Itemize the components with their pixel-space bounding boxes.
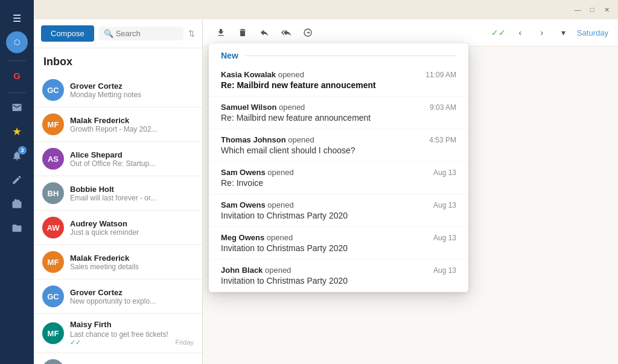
dropdown-item[interactable]: Meg Owens opened Aug 13 Invitation to Ch… — [209, 227, 468, 260]
email-item[interactable]: BH Bobbie Holt Email will last forever -… — [34, 176, 202, 211]
email-sender: Bobbie Holt — [70, 185, 194, 194]
dropdown-item-header: Samuel Wilson opened 9:03 AM — [221, 103, 456, 112]
dropdown-item-header: Kasia Kowalak opened 11:09 AM — [221, 70, 456, 79]
reply-all-button[interactable] — [278, 24, 295, 41]
avatar: MF — [42, 113, 64, 135]
email-item[interactable]: MF Malak Frederick Sales meeting details — [34, 245, 202, 279]
window-chrome: — □ ✕ — [34, 0, 618, 19]
dropdown-time: Aug 13 — [433, 201, 456, 209]
dropdown-item[interactable]: Kasia Kowalak opened 11:09 AM Re: Mailbi… — [209, 64, 468, 97]
dropdown-item-header: Sam Owens opened Aug 13 — [221, 200, 456, 209]
forward-button[interactable] — [299, 24, 316, 41]
dropdown-time: 11:09 AM — [425, 71, 456, 79]
inbox-title: Inbox — [34, 48, 202, 73]
forward-nav-button[interactable]: › — [534, 24, 550, 41]
email-list-panel: Compose 🔍 ⇅ Inbox GC Grover Cortez Monda… — [34, 19, 203, 364]
email-time: Friday — [175, 339, 194, 346]
archive-nav-icon[interactable] — [6, 193, 28, 215]
avatar: GC — [42, 286, 64, 307]
dropdown-sender: John Black opened — [221, 266, 291, 275]
delete-button[interactable] — [234, 24, 251, 41]
dropdown-subject: Which email client should I choose? — [221, 145, 456, 155]
icon-sidebar: ☰ ⬡ G ★ 3 — [0, 0, 34, 364]
reply-button[interactable] — [256, 24, 273, 41]
email-item[interactable]: AS Alice Shepard Out of Office Re: Start… — [34, 142, 202, 176]
avatar: AS — [42, 148, 64, 170]
reading-pane: ✓✓ ‹ › ▾ Saturday event. Here's what we … — [203, 19, 618, 364]
sidebar-divider — [8, 60, 26, 61]
maximize-button[interactable]: □ — [588, 5, 596, 14]
compose-nav-icon[interactable] — [6, 169, 28, 191]
filter-icon[interactable]: ⇅ — [188, 29, 195, 38]
notification-nav-icon[interactable]: 3 — [6, 145, 28, 167]
email-content: Malak Frederick Sales meeting details — [70, 254, 194, 271]
email-footer: Last chance to get free tickets! — [70, 330, 194, 339]
email-item[interactable]: GC Grover Cortez New opportunity to expl… — [34, 279, 202, 314]
email-preview: Monday Metting notes — [70, 91, 194, 99]
dropdown-item-header: Thomas Johnson opened 4:53 PM — [221, 135, 456, 144]
notification-badge: 3 — [18, 146, 27, 155]
google-icon[interactable]: G — [6, 65, 28, 86]
toolbar: Compose 🔍 ⇅ — [34, 19, 202, 48]
email-sender: Malak Frederick — [70, 116, 194, 125]
email-content: Maisy Firth Last chance to get free tick… — [70, 320, 194, 346]
menu-icon[interactable]: ☰ — [6, 7, 28, 29]
sidebar-divider-2 — [8, 92, 26, 93]
dropdown-sender: Sam Owens opened — [221, 200, 294, 209]
email-preview: Just a quick reminder — [70, 228, 194, 237]
dropdown-time: 9:03 AM — [430, 103, 456, 112]
email-content: Grover Cortez New opportunity to explo..… — [70, 288, 194, 305]
dropdown-sender: Kasia Kowalak opened — [221, 70, 304, 79]
email-item[interactable]: AW Audrey Watson Just a quick reminder — [34, 211, 202, 245]
email-preview: New opportunity to explo... — [70, 297, 194, 305]
email-sender: Maisy Firth — [70, 320, 194, 329]
more-button[interactable]: ▾ — [555, 24, 572, 41]
dropdown-sender: Meg Owens opened — [221, 233, 293, 242]
email-preview: Out of Office Re: Startup... — [70, 159, 194, 168]
compose-button[interactable]: Compose — [41, 25, 94, 42]
notification-dropdown: New Kasia Kowalak opened 11:09 AM Re: Ma… — [209, 43, 468, 292]
dropdown-item[interactable]: Sam Owens opened Aug 13 Invitation to Ch… — [209, 194, 468, 227]
star-nav-icon[interactable]: ★ — [6, 121, 28, 142]
email-item[interactable]: MF Malak Frederick Growth Report - May 2… — [34, 107, 202, 142]
avatar: AW — [42, 217, 64, 238]
dropdown-item[interactable]: Sam Owens opened Aug 13 Re: Invoice — [209, 162, 468, 194]
download-button[interactable] — [212, 24, 229, 41]
folder-nav-icon[interactable] — [6, 217, 28, 239]
email-sender: Malak Frederick — [70, 254, 194, 263]
dropdown-subject: Re: Mailbird new feature announcement — [221, 113, 456, 123]
inbox-nav-icon[interactable] — [6, 97, 28, 118]
email-content: Grover Cortez Monday Metting notes — [70, 81, 194, 99]
close-button[interactable]: ✕ — [602, 5, 611, 14]
dropdown-subject: Re: Mailbird new feature annoucement — [221, 80, 456, 90]
email-item[interactable]: BH Bobbie Holt — [34, 353, 202, 364]
avatar: MF — [42, 322, 64, 344]
dropdown-item[interactable]: Thomas Johnson opened 4:53 PM Which emai… — [209, 129, 468, 162]
email-preview: Last chance to get free tickets! — [70, 330, 168, 339]
dropdown-time: Aug 13 — [433, 168, 456, 177]
email-item[interactable]: GC Grover Cortez Monday Metting notes — [34, 73, 202, 107]
dropdown-subject: Invitation to Christmas Party 2020 — [221, 243, 456, 253]
email-item[interactable]: MF Maisy Firth Last chance to get free t… — [34, 314, 202, 353]
dropdown-item[interactable]: Samuel Wilson opened 9:03 AM Re: Mailbir… — [209, 97, 468, 129]
avatar-icon[interactable]: ⬡ — [6, 31, 28, 53]
dropdown-item-header: Meg Owens opened Aug 13 — [221, 233, 456, 242]
dropdown-subject: Invitation to Christmas Party 2020 — [221, 211, 456, 220]
minimize-button[interactable]: — — [573, 5, 582, 14]
email-sender: Grover Cortez — [70, 288, 194, 297]
reading-toolbar: ✓✓ ‹ › ▾ Saturday — [203, 19, 618, 46]
dropdown-item[interactable]: John Black opened Aug 13 Invitation to C… — [209, 260, 468, 292]
email-content: Alice Shepard Out of Office Re: Startup.… — [70, 150, 194, 168]
avatar: BH — [42, 359, 64, 364]
app-area: — □ ✕ Compose 🔍 ⇅ Inbox GC — [34, 0, 618, 364]
search-input[interactable] — [116, 29, 179, 38]
back-button[interactable]: ‹ — [512, 24, 529, 41]
dropdown-section-header: New — [209, 43, 468, 64]
email-preview: Email will last forever - or... — [70, 194, 194, 202]
email-preview: Sales meeting details — [70, 263, 194, 271]
content-area: Compose 🔍 ⇅ Inbox GC Grover Cortez Monda… — [34, 19, 618, 364]
email-sender: Grover Cortez — [70, 81, 194, 91]
search-box[interactable]: 🔍 — [99, 27, 183, 40]
avatar: MF — [42, 251, 64, 273]
check-icon[interactable]: ✓✓ — [490, 24, 507, 41]
